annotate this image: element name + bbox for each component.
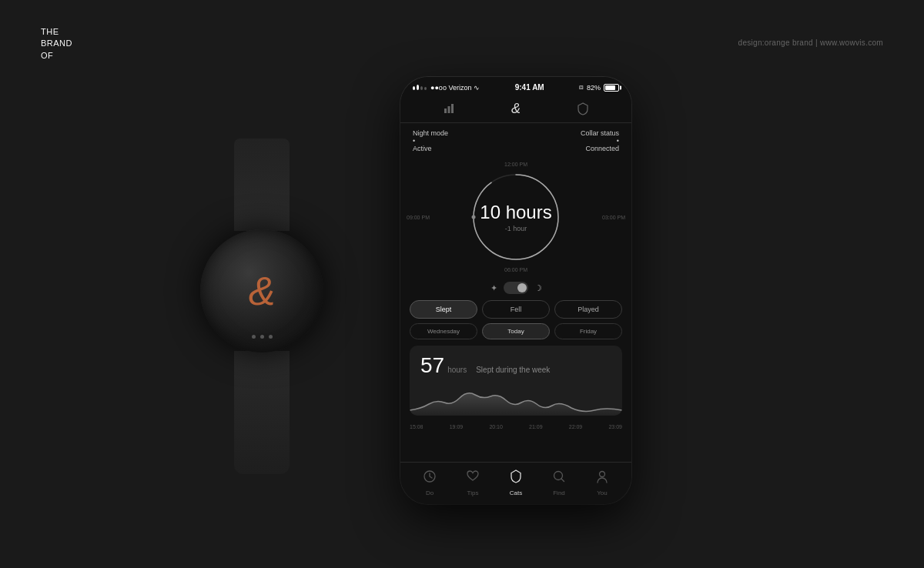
toggle-thumb (517, 283, 527, 292)
brightness-toggle-row: ✦ ☽ (400, 279, 631, 300)
time-axis-6: 23:09 (608, 424, 622, 429)
clock-time-bottom: 06:00 PM (504, 267, 527, 272)
day-friday-button[interactable]: Friday (554, 323, 622, 339)
bottom-nav-find[interactable]: Find (544, 469, 574, 496)
night-mode-value: • Active (413, 137, 448, 152)
bottom-nav-you-label: You (597, 489, 608, 496)
night-mode-label: Night mode (413, 129, 448, 137)
filter-slept-button[interactable]: Slept (410, 300, 477, 319)
clock-time-right: 03:00 PM (602, 215, 625, 220)
clock-subtitle: -1 hour (480, 225, 551, 232)
watch-dots (252, 335, 273, 339)
watch-dot-3 (269, 335, 273, 339)
signal-dot-1 (413, 86, 415, 90)
watch-device: & (185, 139, 339, 474)
filter-fell-button[interactable]: Fell (482, 300, 550, 319)
person-nav-icon (594, 469, 610, 488)
stats-nav-icon[interactable] (437, 99, 460, 118)
status-time: 9:41 AM (515, 83, 544, 92)
time-axis-4: 21:09 (529, 424, 543, 429)
clock-time-left: 09:00 PM (407, 215, 430, 220)
watch-ampersand-icon: & (249, 268, 276, 314)
status-bar: ●●oo Verizon ∿ 9:41 AM ⧈ 82% (400, 77, 631, 95)
svg-rect-1 (448, 106, 450, 113)
shield-nav-icon[interactable] (571, 99, 594, 118)
watch-band-top (234, 139, 290, 231)
collar-status-label: Collar status (581, 129, 619, 137)
clock-display: 12:00 PM 03:00 PM 06:00 PM 09:00 PM 10 h… (400, 155, 631, 279)
signal-dot-3 (420, 86, 423, 90)
bluetooth-icon: ⧈ (579, 83, 584, 92)
day-today-button[interactable]: Today (482, 323, 550, 339)
stats-card: 57 hours Slept during the week (410, 346, 622, 416)
stats-header: 57 hours Slept during the week (420, 353, 611, 378)
status-bar-right: ⧈ 82% (579, 83, 619, 92)
bottom-nav-find-label: Find (553, 489, 565, 496)
stats-number: 57 (420, 353, 444, 378)
heart-nav-icon (465, 469, 480, 488)
phone-device: ●●oo Verizon ∿ 9:41 AM ⧈ 82% & (400, 77, 631, 504)
svg-point-8 (600, 472, 605, 477)
bottom-nav-bar: Do Tips Cats (400, 462, 631, 504)
bottom-nav-cats[interactable]: Cats (500, 469, 531, 496)
shield-bottom-nav-icon (508, 469, 524, 488)
bottom-nav-cats-label: Cats (510, 489, 522, 496)
search-nav-icon (551, 469, 567, 488)
day-filter-row: Wednesday Today Friday (400, 323, 631, 346)
svg-point-5 (472, 216, 476, 219)
clock-time-top: 12:00 PM (504, 162, 527, 167)
time-axis: 15:08 19:09 20:10 21:09 22:09 23:09 (400, 422, 631, 432)
device-status-row: Night mode • Active Collar status • Conn… (400, 123, 631, 155)
svg-rect-2 (451, 104, 454, 113)
day-wednesday-button[interactable]: Wednesday (410, 323, 477, 339)
battery-percent: 82% (587, 84, 601, 92)
brand-text: THE BRAND OF (41, 26, 72, 62)
battery-icon (604, 84, 619, 92)
clock-nav-icon (422, 469, 437, 488)
bottom-nav-do[interactable]: Do (414, 469, 445, 496)
clock-hours: 10 hours (480, 202, 551, 223)
battery-fill (605, 85, 615, 90)
activity-filter-row: Slept Fell Played (400, 300, 631, 323)
watch-face: & (200, 229, 323, 352)
credit-text: design:orange brand | www.wowvis.com (738, 38, 883, 47)
time-axis-3: 20:10 (489, 424, 503, 429)
watch-dot-2 (260, 335, 264, 339)
brightness-toggle[interactable] (504, 282, 528, 294)
signal-dot-2 (417, 85, 419, 90)
carrier-text: ●●oo Verizon (430, 84, 471, 92)
wifi-icon: ∿ (474, 84, 480, 92)
bottom-nav-tips-label: Tips (467, 489, 479, 496)
top-nav-bar: & (400, 95, 631, 123)
status-bar-left: ●●oo Verizon ∿ (413, 84, 480, 92)
bottom-nav-you[interactable]: You (587, 469, 618, 496)
bottom-nav-tips[interactable]: Tips (457, 469, 488, 496)
stats-label: Slept during the week (476, 366, 550, 374)
collar-status-value: • Connected (581, 137, 619, 152)
stats-unit: hours (447, 366, 467, 374)
time-axis-5: 22:09 (569, 424, 583, 429)
signal-icon (413, 85, 427, 90)
bottom-nav-do-label: Do (426, 489, 434, 496)
clock-text: 10 hours -1 hour (480, 202, 551, 232)
collar-status: Collar status • Connected (581, 129, 619, 152)
watch-band-bottom (234, 351, 290, 474)
night-mode-status: Night mode • Active (413, 129, 448, 152)
filter-played-button[interactable]: Played (554, 300, 622, 319)
watch-dot-1 (252, 335, 256, 339)
time-axis-2: 19:09 (450, 424, 464, 429)
ampersand-nav-icon[interactable]: & (504, 99, 527, 118)
sun-icon: ✦ (490, 283, 497, 293)
svg-rect-0 (444, 109, 447, 113)
signal-dot-4 (424, 87, 427, 90)
time-axis-1: 15:08 (410, 424, 424, 429)
moon-icon: ☽ (534, 283, 542, 293)
sleep-wave-chart (410, 381, 622, 416)
